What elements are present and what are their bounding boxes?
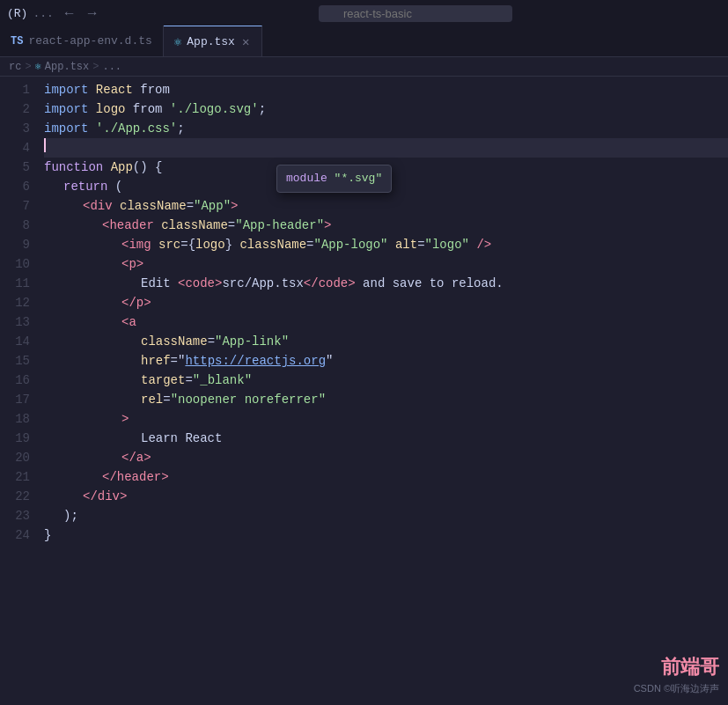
code-line-23: ); [44,506,728,525]
text-edit: Edit [141,274,178,293]
tooltip-module-str: "*.svg" [335,172,383,185]
code-line-20: </a> [44,448,728,467]
tag-img: <img [121,235,151,254]
code-line-10: <p> [44,254,728,274]
back-button[interactable]: ← [59,5,80,21]
code-line-19: Learn React [44,429,728,448]
tab-bar: TS react-app-env.d.ts ⚛ App.tsx ✕ [0,26,728,57]
attr-val-appheader: "App-header" [235,216,324,235]
ln-1: 1 [0,80,30,99]
attr-val-applogo: "App-logo" [314,235,388,254]
nav-buttons: ← → [59,5,103,21]
ln-15: 15 [0,351,30,371]
breadcrumb-file: App.tsx [45,61,89,73]
attr-classname-alink: className [141,332,208,351]
tooltip-module-kw: module [286,172,335,185]
attr-val-target: "_blank" [193,371,252,390]
str-href-val: https://reactjs.org [185,351,326,371]
text-save: and save to reload. [356,274,504,293]
breadcrumb: rc > ⚛ App.tsx > ... [0,57,728,77]
ln-18: 18 [0,409,30,429]
tag-header-open: <header [102,216,154,235]
ln-13: 13 [0,312,30,332]
ts-file-icon: TS [11,35,23,48]
breadcrumb-sep1: > [25,61,31,73]
ln-11: 11 [0,274,30,293]
search-container: 🔍 [319,5,512,22]
title-bar: (R) ... ← → 🔍 [0,0,728,26]
code-line-12: </p> [44,293,728,312]
tag-code-open: <code> [178,274,222,293]
watermark: 前端哥 CSDN ©听海边涛声 [634,656,719,698]
code-line-22: </div> [44,487,728,506]
code-line-15: href = " https://reactjs.org " [44,351,728,371]
react-file-icon: ⚛ [174,34,181,49]
tab-dts[interactable]: TS react-app-env.d.ts [0,26,164,56]
title-bar-left: (R) ... ← → [7,5,103,21]
watermark-sub: CSDN ©听海边涛声 [634,679,719,698]
line-numbers: 1 2 3 4 5 6 7 8 9 10 11 12 13 14 15 16 1… [0,77,40,705]
tag-div-open: <div [83,196,113,216]
attr-classname-app: className [120,196,187,216]
text-cursor [44,138,46,152]
var-react: React [96,80,133,99]
ln-3: 3 [0,119,30,138]
code-line-8: <header className = "App-header" > [44,216,728,235]
attr-classname-logo: className [239,235,306,254]
code-line-21: </header> [44,467,728,487]
tag-div-close: </div> [83,487,127,506]
breadcrumb-react-icon: ⚛ [35,60,41,73]
forward-button[interactable]: → [82,5,103,21]
tooltip-popup: module "*.svg" [276,165,392,193]
ln-10: 10 [0,254,30,274]
ln-7: 7 [0,196,30,216]
tab-close-button[interactable]: ✕ [240,34,251,49]
code-line-17: rel = "noopener noreferrer" [44,390,728,409]
kw-import-2: import [44,99,88,119]
attr-rel: rel [141,390,163,409]
attr-href: href [141,351,171,371]
menu-label[interactable]: (R) [7,7,27,20]
str-logo-path: './logo.svg' [170,99,259,119]
kw-import-3: import [44,119,88,138]
ln-23: 23 [0,506,30,525]
attr-alt: alt [395,235,417,254]
code-line-9: <img src ={ logo } className = "App-logo… [44,235,728,254]
str-appcss: './App.css' [96,119,177,138]
tab-apptsx[interactable]: ⚛ App.tsx ✕ [164,26,262,56]
ln-12: 12 [0,293,30,312]
attr-val-logo: "logo" [425,235,469,254]
code-area[interactable]: import React from import logo from './lo… [40,77,728,705]
tag-code-close: </code> [304,274,356,293]
ln-5: 5 [0,158,30,177]
tag-header-close: </header> [102,467,169,487]
search-area: 🔍 [110,5,721,22]
ln-2: 2 [0,99,30,119]
code-line-13: <a [44,312,728,332]
ln-22: 22 [0,487,30,506]
ln-8: 8 [0,216,30,235]
fn-name-app: App [111,158,133,177]
kw-import-1: import [44,80,88,99]
ln-20: 20 [0,448,30,467]
code-line-24: } [44,525,728,545]
ln-19: 19 [0,429,30,448]
ln-14: 14 [0,332,30,351]
attr-classname-header: className [161,216,228,235]
tag-a-close: </a> [121,448,151,467]
ln-24: 24 [0,525,30,545]
var-logo: logo [96,99,126,119]
ln-4: 4 [0,138,30,158]
attr-target: target [141,371,185,390]
code-line-4 [44,138,728,158]
menu-dots[interactable]: ... [33,7,53,20]
breadcrumb-src: rc [9,61,21,73]
watermark-chinese: 前端哥 [634,656,719,679]
breadcrumb-sep2: > [92,61,99,73]
tab-apptsx-label: App.tsx [187,35,235,48]
code-line-14: className = "App-link" [44,332,728,351]
ln-17: 17 [0,390,30,409]
attr-val-applink: "App-link" [215,332,289,351]
search-input[interactable] [319,5,512,22]
code-line-7: <div className = "App" > [44,196,728,216]
